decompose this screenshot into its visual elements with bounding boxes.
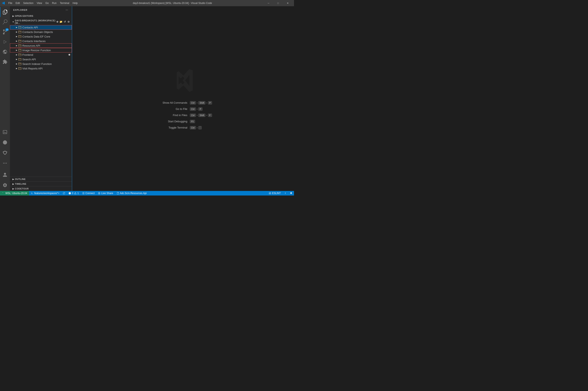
- sidebar-more-button[interactable]: ···: [65, 8, 68, 12]
- workspace-header[interactable]: ▼ DAY3-BREAKOUT1 (WORKSPACE) [W... ⊕ 📁 ↺…: [10, 18, 72, 25]
- key-p: P: [208, 101, 212, 104]
- activity-settings[interactable]: [0, 180, 10, 190]
- cmd-start-debugging-label: Start Debugging: [154, 120, 187, 123]
- statusbar-bell[interactable]: [288, 191, 294, 196]
- maximize-button[interactable]: □: [273, 0, 283, 6]
- workspace-chevron: ▼: [12, 20, 15, 23]
- svg-point-2: [4, 163, 5, 164]
- cmd-go-to-file-keys: Ctrl + P: [190, 107, 202, 111]
- menu-go[interactable]: Go: [44, 1, 50, 5]
- statusbar-sync[interactable]: [61, 191, 67, 196]
- cmd-start-debugging-keys: F5: [190, 120, 195, 123]
- tree-item-resources-api[interactable]: ▶ Resources API: [10, 43, 72, 48]
- key-ctrl: Ctrl: [190, 101, 196, 104]
- contacts-api-label: Contacts API: [22, 26, 72, 29]
- key-f: F: [208, 114, 212, 117]
- cmd-toggle-terminal: Toggle Terminal Ctrl + `: [154, 126, 202, 129]
- image-resizer-icon: [18, 49, 21, 52]
- menu-run[interactable]: Run: [50, 1, 58, 5]
- svg-point-3: [6, 163, 7, 164]
- activity-docker[interactable]: [0, 137, 10, 147]
- menu-help[interactable]: Help: [71, 1, 79, 5]
- refresh-button[interactable]: ↺: [63, 20, 66, 23]
- open-editors-label: OPEN EDITORS: [15, 15, 33, 17]
- key-sep: +: [196, 114, 198, 116]
- connect-icon: [82, 192, 85, 195]
- resources-api-label: Resources API: [22, 44, 72, 47]
- contacts-domain-icon: [18, 30, 21, 34]
- tree-item-image-resizer[interactable]: ▶ Image Resizer Function: [10, 48, 72, 52]
- activity-remote[interactable]: [0, 47, 10, 57]
- activity-terminal-btn[interactable]: [0, 127, 10, 137]
- key-ctrl: Ctrl: [190, 107, 196, 111]
- activity-search[interactable]: [0, 17, 10, 27]
- tree-item-contacts-domain[interactable]: ▶ Contacts Domain Objects: [10, 30, 72, 34]
- tree-item-contacts-interfaces[interactable]: ▶ Contacts Interfaces: [10, 39, 72, 43]
- visit-reports-label: Visit Reports API: [22, 67, 72, 70]
- statusbar-no-problems[interactable]: [282, 191, 288, 196]
- search-api-chevron: ▶: [15, 58, 18, 61]
- liveshare-icon: [98, 192, 100, 195]
- activity-explorer[interactable]: [0, 7, 10, 17]
- minimize-button[interactable]: ─: [264, 0, 273, 6]
- window-title: day3-breakout1 (Workspace) [WSL: Ubuntu-…: [81, 2, 264, 4]
- svg-point-1: [3, 163, 4, 164]
- tree-item-contacts-api[interactable]: ▶ Contacts API: [10, 25, 72, 30]
- codetour-header[interactable]: ▶ CODETOUR: [10, 186, 72, 191]
- menu-terminal[interactable]: Terminal: [58, 1, 71, 5]
- eslint-icon: [269, 192, 271, 195]
- statusbar-remote[interactable]: WSL: Ubuntu-20.04: [0, 191, 29, 196]
- outline-header[interactable]: ▶ OUTLINE: [10, 177, 72, 181]
- new-file-button[interactable]: ⊕: [56, 20, 59, 23]
- statusbar-eslint[interactable]: ESLINT: [267, 191, 282, 196]
- activity-run[interactable]: [0, 37, 10, 47]
- statusbar-errors[interactable]: 0 1: [67, 191, 80, 196]
- tree-item-search-api[interactable]: ▶ Search API: [10, 57, 72, 62]
- menu-selection[interactable]: Selection: [21, 1, 35, 5]
- remote-icon: [2, 192, 4, 195]
- statusbar-file-label: Adc.Scm.Resources.Api: [120, 192, 147, 195]
- key-backtick: `: [198, 126, 202, 129]
- contacts-api-chevron: ▶: [15, 26, 18, 29]
- image-resizer-chevron: ▶: [15, 49, 18, 52]
- new-folder-button[interactable]: 📁: [60, 20, 63, 23]
- search-indexer-chevron: ▶: [15, 62, 18, 66]
- activity-kubernetes[interactable]: [0, 148, 10, 158]
- contacts-interfaces-chevron: ▶: [15, 39, 18, 43]
- timeline-header[interactable]: ▶ TIMELINE: [10, 182, 72, 186]
- cmd-go-to-file: Go to File Ctrl + P: [154, 107, 202, 111]
- menu-view[interactable]: View: [35, 1, 44, 5]
- visit-reports-icon: [18, 67, 21, 70]
- activity-accounts[interactable]: [0, 170, 10, 180]
- tree-item-frontend[interactable]: ▶ Frontend: [10, 52, 72, 57]
- statusbar-branch[interactable]: features/workspaces*+: [29, 191, 61, 196]
- open-editors-chevron: ▶: [12, 14, 15, 18]
- contacts-data-icon: [18, 35, 21, 38]
- resources-api-chevron: ▶: [15, 44, 18, 47]
- statusbar-liveshare[interactable]: Live Share: [96, 191, 115, 196]
- frontend-chevron: ▶: [15, 53, 18, 56]
- activity-source-control[interactable]: 13: [0, 27, 10, 37]
- menu-file[interactable]: File: [7, 1, 14, 5]
- statusbar-connect[interactable]: Connect: [80, 191, 96, 196]
- open-editors-header[interactable]: ▶ OPEN EDITORS: [10, 13, 72, 18]
- menu-edit[interactable]: Edit: [14, 1, 21, 5]
- statusbar-warnings-count: 1: [77, 192, 79, 195]
- cmd-find-in-files-keys: Ctrl + Shift + F: [190, 114, 212, 117]
- tree-item-contacts-data[interactable]: ▶ Contacts Data EF Core: [10, 34, 72, 39]
- tree-item-search-indexer[interactable]: ▶ Search Indexer Function: [10, 62, 72, 66]
- main-container: 13: [0, 6, 294, 191]
- key-sep: +: [196, 108, 198, 110]
- activity-more[interactable]: [0, 158, 10, 168]
- svg-point-0: [3, 140, 7, 144]
- activity-extensions[interactable]: [0, 57, 10, 67]
- close-button[interactable]: ✕: [283, 0, 292, 6]
- statusbar-liveshare-label: Live Share: [101, 192, 113, 195]
- sidebar-header-actions: ···: [65, 8, 68, 12]
- statusbar-file[interactable]: Adc.Scm.Resources.Api: [115, 191, 148, 196]
- collapse-button[interactable]: ⊖: [67, 20, 70, 23]
- statusbar-branch-label: features/workspaces*+: [34, 192, 60, 195]
- sidebar: Explorer ··· ▶ OPEN EDITORS ▼ DAY3-BREAK…: [10, 6, 72, 191]
- tree-item-visit-reports[interactable]: ▶ Visit Reports API: [10, 66, 72, 71]
- error-icon: [68, 192, 71, 195]
